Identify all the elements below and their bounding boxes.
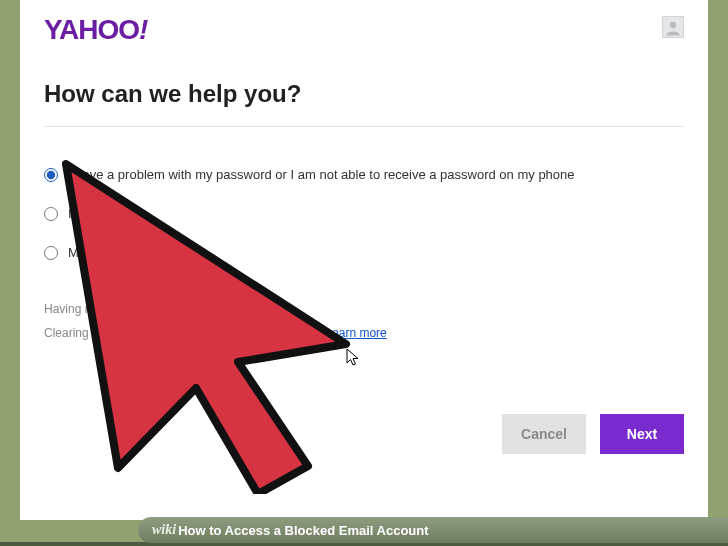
radio-password-problem[interactable] — [44, 168, 58, 182]
footer-pill: wiki How to Access a Blocked Email Accou… — [138, 517, 728, 543]
option-password-problem[interactable]: I have a problem with my password or I a… — [44, 167, 684, 182]
page-frame: YAHOO! How can we help you? I have a pro… — [0, 0, 728, 546]
cancel-button[interactable]: Cancel — [502, 414, 586, 454]
footer-article-title: How to Access a Blocked Email Account — [178, 523, 428, 538]
avatar-placeholder-icon[interactable] — [662, 16, 684, 38]
help-text-line2: Clearing your browse Learn more — [44, 326, 684, 340]
next-button[interactable]: Next — [600, 414, 684, 454]
option-forgot[interactable]: I forg — [44, 206, 684, 221]
divider — [44, 126, 684, 127]
page-title: How can we help you? — [44, 80, 684, 126]
logo-bang: ! — [139, 14, 147, 45]
help-text-line2-prefix: Clearing your browse — [44, 326, 157, 340]
option-account[interactable]: My acc — [44, 245, 684, 260]
button-row: Cancel Next — [502, 414, 684, 454]
yahoo-logo: YAHOO! — [44, 14, 147, 45]
top-bar: YAHOO! — [44, 14, 684, 58]
radio-forgot[interactable] — [44, 207, 58, 221]
radio-account[interactable] — [44, 246, 58, 260]
logo-text: YAHOO — [44, 14, 139, 45]
person-icon — [664, 19, 682, 37]
option-label: I forg — [68, 206, 98, 221]
footer-bar: wiki How to Access a Blocked Email Accou… — [0, 517, 728, 543]
footer-wiki-label: wiki — [152, 522, 176, 538]
learn-more-link[interactable]: Learn more — [325, 326, 386, 340]
help-card: YAHOO! How can we help you? I have a pro… — [20, 0, 708, 520]
help-text-line1: Having repeated d — [44, 302, 684, 316]
svg-point-0 — [670, 22, 676, 28]
option-label: My acc — [68, 245, 109, 260]
option-label: I have a problem with my password or I a… — [68, 167, 575, 182]
